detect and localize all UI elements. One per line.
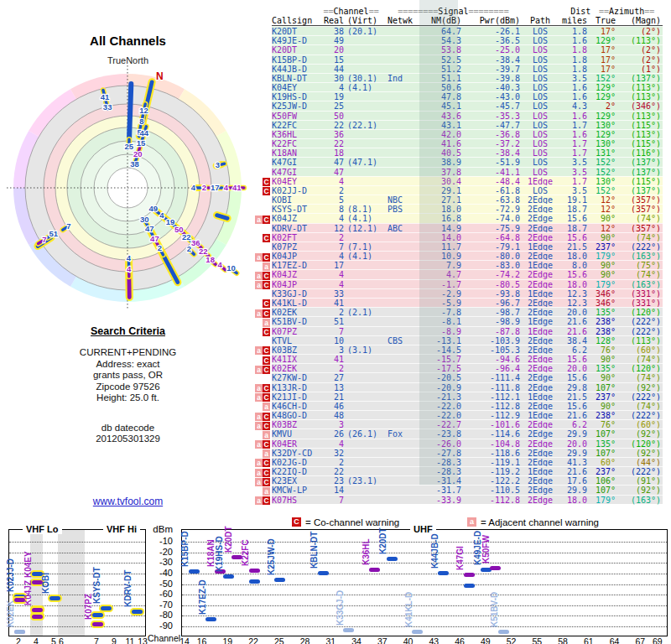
cell-virt: [344, 55, 384, 64]
cell-netwk: [384, 130, 413, 138]
cell-real: 38: [322, 27, 344, 35]
cell-netwk: [384, 177, 413, 185]
cell-pwr: -83.0: [461, 261, 520, 269]
svg-text:4: 4: [159, 210, 164, 220]
cell-path: LOS: [520, 139, 560, 148]
signal-bar: [274, 578, 285, 582]
cell-az-magn: (116°): [616, 148, 661, 157]
cell-real: 22: [322, 121, 344, 129]
cell-pwr: -45.7: [461, 101, 520, 110]
cell-path: 1Edge: [520, 289, 560, 298]
co-channel-warning-badge: C: [263, 272, 270, 280]
signal-bar: [464, 573, 475, 577]
warning-badges: aC: [255, 345, 270, 355]
cell-callsign: K19HS-D: [272, 92, 322, 101]
cell-pwr: -38.4: [461, 55, 520, 64]
cell-miles: 29.9: [560, 429, 587, 438]
cell-pwr: -79.1: [461, 242, 520, 251]
cell-callsign: K02EK: [272, 364, 322, 372]
warning-badges: aC: [255, 215, 270, 224]
cell-pwr: -36.8: [461, 130, 520, 138]
cell-virt: (7.1): [344, 242, 384, 251]
cell-pwr: -80.5: [461, 280, 520, 288]
cell-az-magn: (113°): [616, 130, 661, 138]
cell-miles: 1.6: [560, 112, 587, 120]
cell-path: 1Edge: [520, 467, 560, 475]
co-channel-warning-badge: C: [263, 478, 270, 486]
station-label: K19HS-D: [215, 536, 224, 572]
cell-path: 1Edge: [520, 242, 560, 251]
cell-az-true: 17°: [587, 27, 616, 35]
cell-az-magn: (92°): [616, 383, 661, 392]
cell-az-magn: (222°): [616, 392, 661, 401]
station-label: K04EY: [23, 551, 33, 578]
cell-real: 25: [322, 101, 344, 110]
cell-callsign: K33GJ-D: [272, 289, 322, 298]
cell-path: 2Edge: [520, 205, 560, 213]
warning-badges: C: [263, 177, 270, 186]
adjacent-warning-badge: a: [255, 496, 263, 505]
table-row: K25JW-D2545.1-45.7LOS4.32°(346°): [272, 101, 663, 110]
cell-az-magn: (222°): [616, 411, 661, 419]
cell-az-magn: (2°): [616, 45, 661, 54]
cell-nm: -28.3: [413, 458, 461, 466]
cell-real: 7: [322, 242, 344, 251]
signal-bar: [387, 557, 398, 561]
cell-callsign: K50FW: [272, 112, 322, 120]
cell-netwk: [384, 392, 413, 401]
cell-path: 2Edge: [520, 420, 560, 428]
dbm-tick-label: -30: [148, 557, 173, 567]
co-channel-warning-badge: C: [263, 384, 270, 392]
adjacent-warning-badge: a: [263, 487, 270, 496]
cell-real: 3: [322, 420, 344, 428]
table-row: K27KW-D27-20.5-111.42Edge15.690°(74°): [272, 372, 663, 382]
tvfool-link[interactable]: www.tvfool.com: [93, 496, 163, 507]
signal-bar: [189, 569, 200, 574]
cell-callsign: KSYS-DT: [272, 205, 322, 213]
cell-real: 26: [322, 429, 344, 438]
cell-az-magn: (74°): [616, 233, 661, 242]
search-criteria: Search Criteria CURRENT+PENDING Address:…: [0, 325, 256, 445]
cell-callsign: K51BV-D: [272, 317, 322, 325]
channel-tick: 49: [476, 636, 495, 644]
table-row: KBLN-DT30(30.1)Ind51.1-39.8LOS3.5152°(13…: [272, 73, 663, 82]
cell-nm: -31.4: [413, 476, 461, 485]
cell-nm: 10.9: [413, 252, 461, 260]
station-label: K25JW-D: [267, 538, 276, 575]
cell-miles: 20.0: [560, 364, 587, 372]
signal-bar: [412, 630, 423, 634]
svg-text:2: 2: [158, 243, 162, 252]
cell-pwr: -25.0: [461, 45, 520, 54]
cell-path: 1Edge: [520, 392, 560, 401]
cell-real: 2: [322, 458, 344, 466]
cell-az-magn: (74°): [616, 373, 661, 382]
cell-az-magn: (137°): [616, 158, 661, 166]
cell-callsign: K02FT: [272, 233, 322, 242]
cell-netwk: [384, 65, 413, 73]
col-nm: NM(dB): [413, 16, 461, 25]
cell-az-true: 76°: [587, 345, 616, 354]
cell-callsign: KMVU: [272, 429, 322, 438]
cell-path: 2Edge: [520, 345, 560, 354]
cell-miles: 1.8: [560, 55, 587, 64]
header-azimuth: ==Azimuth==: [590, 7, 663, 16]
cell-nm: -22.0: [413, 402, 461, 410]
dbm-tick-label: -90: [148, 621, 173, 631]
svg-text:41: 41: [101, 92, 110, 101]
co-channel-warning-badge: C: [263, 187, 270, 195]
cell-az-true: 130°: [587, 177, 616, 185]
cell-virt: [344, 270, 384, 278]
cell-real: 22: [322, 467, 344, 475]
cell-nm: 4.7: [413, 270, 461, 278]
cell-path: 1Edge: [520, 411, 560, 419]
cell-callsign: KDRV-DT: [272, 224, 322, 232]
cell-az-magn: (346°): [616, 101, 661, 110]
adjacent-warning-badge: a: [255, 216, 263, 224]
cell-nm: -14.5: [413, 345, 461, 354]
svg-text:19: 19: [166, 217, 175, 226]
site-link-wrap: www.tvfool.com: [0, 493, 256, 508]
cell-nm: 54.3: [413, 36, 461, 44]
col-true: True: [587, 16, 616, 25]
svg-text:41: 41: [232, 183, 242, 192]
cell-real: 4: [322, 280, 344, 288]
